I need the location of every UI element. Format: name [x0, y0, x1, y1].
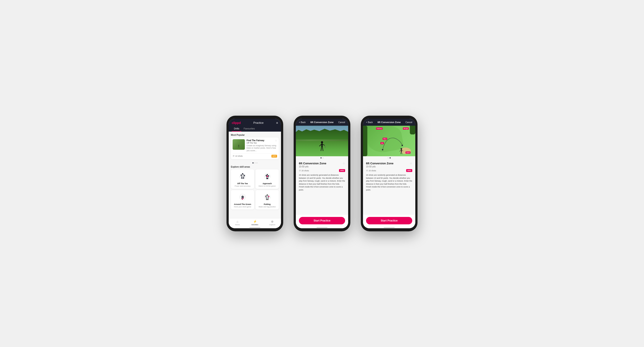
home-icon: ⌂: [236, 220, 238, 223]
drill-shots: ⏱ 10 shots: [232, 155, 243, 157]
svg-point-25: [267, 174, 268, 175]
phone2-badge: ARG: [339, 169, 345, 172]
phone3-header: < Back 6ft Conversion Zone Cancel: [363, 119, 415, 126]
svg-point-62: [402, 145, 403, 146]
svg-line-4: [238, 147, 239, 148]
svg-point-51: [267, 199, 268, 200]
svg-line-60: [324, 145, 325, 149]
dot-1: [252, 162, 254, 163]
bottom-nav: ⌂ Home ⚡ Activities ⊕ Capture: [229, 218, 281, 226]
nav-capture[interactable]: ⊕ Capture: [264, 220, 281, 226]
svg-point-30: [267, 176, 268, 177]
dots-row: [231, 161, 279, 165]
svg-point-0: [238, 145, 239, 146]
phone3-title: 6ft Conversion Zone: [378, 121, 401, 124]
map-pin-rough: Rough: [403, 127, 409, 130]
home-bar-2: [316, 227, 328, 228]
svg-point-38: [242, 199, 243, 200]
start-practice-button-2[interactable]: Start Practice: [299, 217, 345, 224]
skill-desc-ott: Power and accuracy: [234, 185, 250, 187]
svg-point-17: [240, 175, 242, 176]
skill-name-approach: Approach: [262, 182, 272, 185]
skill-icon-approach: [262, 172, 273, 181]
drill-card[interactable]: Find The Fairway Off The Tee Create an i…: [231, 138, 279, 159]
phone2-description: 20 shots are randomly generated at dista…: [299, 174, 345, 191]
capture-icon: ⊕: [271, 220, 274, 223]
phone1-header: clippd Practice ≡ Drills Favourites: [229, 119, 281, 132]
clock-icon: ⏱: [232, 155, 234, 157]
svg-point-50: [268, 196, 269, 197]
clock-icon-p3: ⏱: [366, 170, 368, 172]
phone2-dots: [296, 156, 348, 160]
nav-activities[interactable]: ⚡ Activities: [246, 220, 264, 226]
svg-point-63: [401, 148, 402, 150]
drill-title: Find The Fairway: [246, 139, 277, 142]
map-pin-fairway: Fairway: [376, 127, 382, 130]
svg-point-41: [242, 196, 243, 198]
start-practice-button-3[interactable]: Start Practice: [366, 217, 412, 224]
svg-point-53: [265, 196, 266, 197]
phone3-start-wrap: Start Practice: [363, 215, 415, 226]
map-pin-hit: Hit: [380, 142, 384, 144]
back-button[interactable]: < Back: [299, 121, 306, 124]
skill-desc-approach: Dial-in to hit the green: [258, 185, 276, 187]
skill-desc-atg: Hone your short game: [234, 206, 251, 208]
skill-icon-putting: [262, 192, 273, 202]
svg-point-16: [241, 177, 242, 179]
phone2-detail-info: 6ft Conversion Zone 10-50 yds ☆ ⏱ 20 sho…: [296, 160, 348, 194]
skill-card-atg[interactable]: Around The Green Hone your short game: [231, 190, 254, 209]
skill-card-putting[interactable]: Putting Make and lag practice: [256, 190, 279, 209]
svg-line-66: [402, 150, 403, 151]
phone3-fav-icon[interactable]: ☆: [410, 162, 412, 165]
drill-info: Find The Fairway Off The Tee Create an i…: [246, 139, 277, 152]
phone3-drill-range: 10-50 yds: [366, 165, 394, 168]
svg-line-56: [320, 144, 321, 146]
skill-card-ott[interactable]: Off The Tee Power and accuracy: [231, 169, 254, 189]
phone3-drill-title: 6ft Conversion Zone: [366, 162, 394, 165]
map-pin-sand: Sand: [406, 151, 410, 154]
tab-favourites[interactable]: Favourites: [241, 126, 257, 132]
svg-point-54: [321, 141, 323, 143]
dot-p3-1: [388, 157, 389, 158]
cancel-button-3[interactable]: Cancel: [406, 121, 412, 124]
phone2-fav-icon[interactable]: ☆: [342, 162, 345, 165]
svg-rect-55: [321, 143, 323, 147]
tabs-row: Drills Favourites: [232, 126, 278, 132]
svg-line-67: [401, 152, 401, 154]
phone2-shots: ⏱ 20 shots: [299, 170, 309, 172]
phone2-header: < Back 6ft Conversion Zone Cancel: [296, 119, 348, 126]
phone2-start-wrap: Start Practice: [296, 215, 348, 226]
drill-subtitle: Off The Tee: [246, 142, 277, 144]
phone2-body: 6ft Conversion Zone 10-50 yds ☆ ⏱ 20 sho…: [296, 160, 348, 215]
phone2-drill-range: 10-50 yds: [299, 165, 326, 168]
svg-point-14: [244, 175, 245, 176]
skill-icon-ott: [237, 172, 248, 181]
skill-card-approach[interactable]: Approach Dial-in to hit the green: [256, 169, 279, 189]
svg-line-57: [323, 144, 324, 145]
phone3-detail-info: 6ft Conversion Zone 10-50 yds ☆ ⏱ 20 sho…: [363, 160, 415, 194]
home-indicator-3: [363, 226, 415, 228]
phone3-shots: ⏱ 20 shots: [366, 170, 376, 172]
svg-line-68: [402, 152, 402, 154]
menu-icon[interactable]: ≡: [276, 121, 278, 125]
svg-point-39: [243, 198, 244, 199]
phone1-body: Most Popular: [229, 132, 281, 218]
drill-description: Create an imaginary fairway using trees …: [246, 144, 277, 152]
phone2-title: 6ft Conversion Zone: [310, 121, 334, 124]
tab-drills[interactable]: Drills: [232, 126, 241, 132]
dot-p3-2: [390, 157, 391, 158]
skill-name-atg: Around The Green: [234, 203, 251, 205]
svg-line-2: [238, 146, 239, 146]
nav-capture-label: Capture: [269, 224, 275, 226]
svg-point-13: [242, 173, 243, 174]
phone3-badge: ARG: [406, 169, 412, 172]
cancel-button[interactable]: Cancel: [338, 121, 345, 124]
back-button-3[interactable]: < Back: [366, 121, 373, 124]
phone3-dots: [363, 156, 415, 160]
drill-badge: OTT: [272, 155, 277, 158]
map-pin-miss: Miss: [382, 138, 387, 140]
phone-2: < Back 6ft Conversion Zone Cancel: [294, 116, 350, 231]
nav-home[interactable]: ⌂ Home: [229, 220, 246, 226]
svg-point-40: [241, 198, 242, 199]
favourite-icon[interactable]: ☆: [275, 139, 277, 142]
